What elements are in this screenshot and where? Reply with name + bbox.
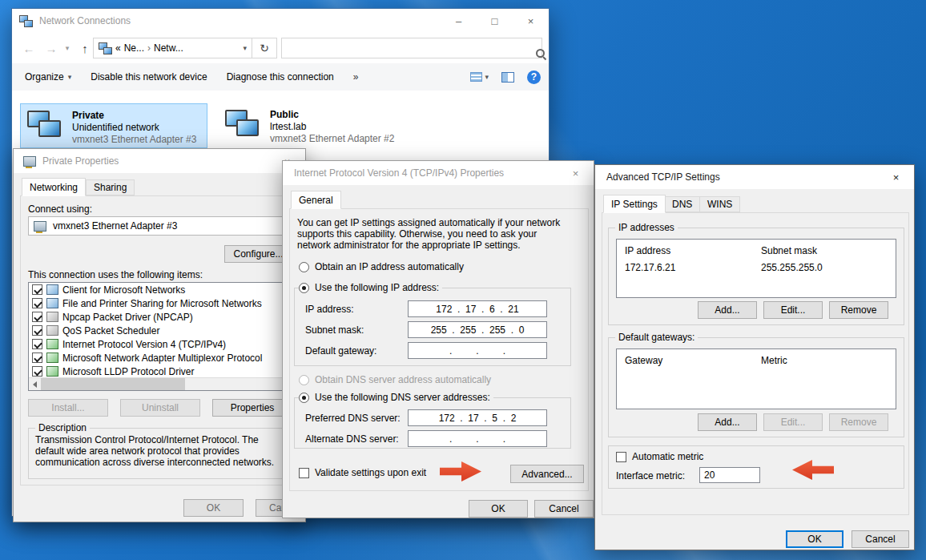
- item-checkbox[interactable]: [32, 339, 42, 349]
- toolbar-overflow-button[interactable]: »: [353, 71, 359, 83]
- adapter-icon: [23, 156, 36, 167]
- tab-dns[interactable]: DNS: [664, 196, 700, 212]
- breadcrumb-item-1[interactable]: Ne...: [124, 42, 144, 54]
- subnet-mask-label: Subnet mask:: [305, 324, 364, 336]
- cancel-button[interactable]: Cancel: [534, 500, 594, 518]
- validate-checkbox[interactable]: Validate settings upon exit: [299, 467, 426, 478]
- list-item[interactable]: Internet Protocol Version 4 (TCP/IPv4): [29, 337, 292, 351]
- list-item[interactable]: QoS Packet Scheduler: [29, 324, 292, 337]
- uninstall-button[interactable]: Uninstall: [120, 399, 200, 417]
- gateway-remove-button[interactable]: Remove: [829, 413, 888, 431]
- diagnose-connection-button[interactable]: Diagnose this connection: [227, 71, 334, 83]
- list-item[interactable]: Microsoft LLDP Protocol Driver: [29, 365, 292, 378]
- item-label: Internet Protocol Version 4 (TCP/IPv4): [62, 339, 226, 350]
- connection-name: Private: [72, 110, 196, 122]
- window-title: Network Connections: [39, 15, 131, 26]
- gateway-edit-button[interactable]: Edit...: [763, 413, 823, 431]
- address-dropdown-chevron-icon[interactable]: ▾: [243, 44, 247, 52]
- ip-remove-button[interactable]: Remove: [829, 301, 888, 319]
- install-button[interactable]: Install...: [28, 399, 108, 417]
- preferred-dns-label: Preferred DNS server:: [305, 413, 401, 424]
- ok-button[interactable]: OK: [786, 530, 843, 548]
- scrollbar-thumb[interactable]: [41, 378, 185, 390]
- default-gateway-field[interactable]: . . .: [408, 342, 547, 359]
- radio-use-ip[interactable]: Use the following IP address:: [299, 282, 442, 293]
- preferred-dns-field[interactable]: 172 . 17 . 5 . 2: [408, 409, 547, 426]
- minimize-button[interactable]: –: [441, 9, 477, 33]
- description-text: Transmission Control Protocol/Internet P…: [29, 429, 292, 468]
- preview-pane-button[interactable]: [501, 72, 514, 83]
- alternate-dns-field[interactable]: . . .: [408, 430, 547, 447]
- ok-button[interactable]: OK: [183, 499, 244, 517]
- radio-obtain-ip[interactable]: Obtain an IP address automatically: [299, 261, 467, 272]
- list-item[interactable]: File and Printer Sharing for Microsoft N…: [29, 296, 292, 310]
- ip-edit-button[interactable]: Edit...: [763, 301, 823, 319]
- search-box[interactable]: [281, 38, 542, 58]
- ipv4-titlebar[interactable]: Internet Protocol Version 4 (TCP/IPv4) P…: [283, 161, 594, 185]
- connection-item-private[interactable]: Private Unidentified network vmxnet3 Eth…: [20, 103, 207, 148]
- maximize-button[interactable]: □: [477, 9, 513, 33]
- tab-ip-settings[interactable]: IP Settings: [603, 195, 666, 213]
- connection-item-public[interactable]: Public lrtest.lab vmxnet3 Ethernet Adapt…: [219, 103, 406, 148]
- ip-address-field[interactable]: 172 . 17 . 6 . 21: [408, 300, 547, 317]
- breadcrumb-separator-icon: ›: [147, 42, 151, 54]
- radio-obtain-dns[interactable]: Obtain DNS server address automatically: [299, 374, 494, 385]
- back-button[interactable]: ←: [18, 38, 39, 58]
- connection-adapter: vmxnet3 Ethernet Adapter #3: [72, 134, 196, 146]
- interface-metric-label: Interface metric:: [616, 470, 685, 481]
- automatic-metric-checkbox[interactable]: Automatic metric: [616, 451, 703, 462]
- change-view-button[interactable]: ▾: [470, 72, 489, 82]
- list-item[interactable]: Client for Microsoft Networks: [29, 283, 292, 296]
- advanced-titlebar[interactable]: Advanced TCP/IP Settings ×: [595, 165, 914, 189]
- ip-add-button[interactable]: Add...: [698, 301, 757, 319]
- interface-metric-field[interactable]: 20: [699, 467, 760, 483]
- horizontal-scrollbar[interactable]: [29, 377, 292, 390]
- tab-networking[interactable]: Networking: [22, 178, 86, 196]
- ip-row-mask[interactable]: 255.255.255.0: [761, 262, 823, 273]
- desktop-background: Network Connections – □ × ← → ▾ ↑ « Ne..…: [0, 0, 926, 560]
- connection-items-list[interactable]: Client for Microsoft Networks File and P…: [28, 282, 292, 391]
- item-checkbox[interactable]: [32, 312, 42, 322]
- gateway-add-button[interactable]: Add...: [698, 413, 757, 431]
- ip-addresses-label: IP addresses: [615, 222, 678, 233]
- address-bar[interactable]: « Ne... › Netw... ▾ ↻: [93, 38, 277, 58]
- help-button[interactable]: ?: [527, 71, 541, 84]
- close-button[interactable]: ×: [513, 9, 549, 33]
- advanced-button[interactable]: Advanced...: [510, 465, 584, 483]
- default-gateways-label: Default gateways:: [615, 332, 698, 343]
- dialog-ipv4-properties: Internet Protocol Version 4 (TCP/IPv4) P…: [282, 160, 594, 518]
- cancel-button[interactable]: Cancel: [852, 530, 909, 548]
- forward-button[interactable]: →: [41, 38, 62, 58]
- tab-sharing[interactable]: Sharing: [86, 179, 135, 195]
- disable-device-button[interactable]: Disable this network device: [91, 71, 207, 83]
- tab-general[interactable]: General: [291, 191, 341, 209]
- ip-row-address[interactable]: 172.17.6.21: [625, 262, 675, 273]
- item-checkbox[interactable]: [32, 298, 42, 308]
- breadcrumb-overflow[interactable]: «: [115, 42, 121, 54]
- item-checkbox[interactable]: [32, 353, 42, 363]
- list-item[interactable]: Microsoft Network Adapter Multiplexor Pr…: [29, 351, 292, 365]
- subnet-mask-field[interactable]: 255 . 255 . 255 . 0: [408, 321, 547, 338]
- network-window-titlebar[interactable]: Network Connections – □ ×: [12, 9, 549, 33]
- connection-name: Public: [270, 109, 394, 121]
- item-checkbox[interactable]: [32, 325, 42, 336]
- radio-use-dns[interactable]: Use the following DNS server addresses:: [299, 392, 493, 403]
- close-button[interactable]: ×: [558, 161, 594, 185]
- breadcrumb-item-2[interactable]: Netw...: [154, 42, 183, 54]
- tab-wins[interactable]: WINS: [699, 196, 740, 212]
- item-label: Npcap Packet Driver (NPCAP): [62, 312, 193, 323]
- close-button[interactable]: ×: [878, 165, 914, 189]
- ip-addresses-list[interactable]: IP address Subnet mask 172.17.6.21 255.2…: [616, 239, 896, 298]
- list-item[interactable]: Npcap Packet Driver (NPCAP): [29, 310, 292, 324]
- refresh-button[interactable]: ↻: [252, 38, 276, 58]
- recent-locations-chevron-icon[interactable]: ▾: [62, 38, 73, 58]
- organize-button[interactable]: Organize ▾: [25, 71, 71, 83]
- item-checkbox[interactable]: [32, 366, 42, 377]
- item-checkbox[interactable]: [32, 284, 42, 295]
- item-label: Microsoft LLDP Protocol Driver: [62, 366, 195, 377]
- gateways-list[interactable]: Gateway Metric: [616, 348, 896, 409]
- scroll-left-button[interactable]: [29, 378, 41, 390]
- properties-button[interactable]: Properties: [212, 399, 292, 417]
- ok-button[interactable]: OK: [469, 500, 528, 518]
- private-properties-titlebar[interactable]: Private Properties ×: [14, 149, 305, 173]
